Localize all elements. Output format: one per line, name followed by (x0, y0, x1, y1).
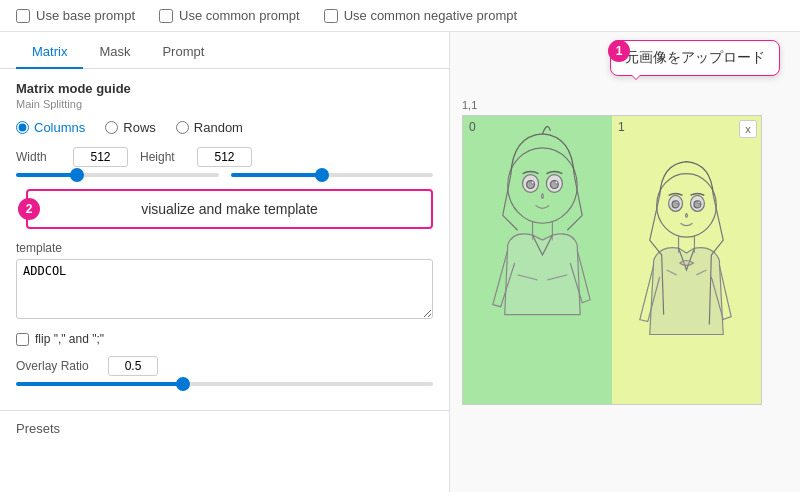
overlay-input[interactable] (108, 356, 158, 376)
flip-checkbox-row: flip "," and ";" (16, 332, 433, 346)
use-common-prompt-checkbox[interactable]: Use common prompt (159, 8, 300, 23)
rows-radio-option[interactable]: Rows (105, 120, 156, 135)
svg-point-5 (531, 181, 534, 184)
height-slider-thumb[interactable] (315, 168, 329, 182)
width-slider-track[interactable] (16, 173, 219, 177)
overlay-slider-thumb[interactable] (176, 377, 190, 391)
guide-title: Matrix mode guide (16, 81, 433, 96)
use-base-prompt-checkbox[interactable]: Use base prompt (16, 8, 135, 23)
presets-title: Presets (16, 421, 60, 436)
template-textarea[interactable]: ADDCOL (16, 259, 433, 319)
step1-badge: 1 (608, 40, 630, 62)
tab-bar: Matrix Mask Prompt (0, 36, 449, 69)
height-slider-track[interactable] (231, 173, 434, 177)
image-area: 1,1 0 (462, 99, 788, 405)
flip-label: flip "," and ";" (35, 332, 104, 346)
split-right-column: 1 x (612, 116, 761, 404)
tab-mask[interactable]: Mask (83, 36, 146, 69)
width-input[interactable] (73, 147, 128, 167)
visualize-button[interactable]: 2 visualize and make template (26, 189, 433, 229)
guide-subtitle: Main Splitting (16, 98, 433, 110)
height-label: Height (140, 150, 185, 164)
main-content: Matrix Mask Prompt Matrix mode guide Mai… (0, 32, 800, 492)
columns-radio[interactable] (16, 121, 29, 134)
left-panel: Matrix Mask Prompt Matrix mode guide Mai… (0, 32, 450, 492)
col1-label: 1 (618, 120, 625, 134)
svg-point-0 (508, 148, 578, 223)
split-image-container: 0 (462, 115, 762, 405)
split-mode-group: Columns Rows Random (16, 120, 433, 135)
svg-point-7 (657, 174, 717, 238)
tab-prompt[interactable]: Prompt (146, 36, 220, 69)
use-common-negative-prompt-checkbox[interactable]: Use common negative prompt (324, 8, 517, 23)
coords-label: 1,1 (462, 99, 788, 111)
panel-body: Matrix mode guide Main Splitting Columns… (0, 69, 449, 410)
svg-point-13 (698, 201, 700, 203)
height-slider-fill (231, 173, 322, 177)
random-radio[interactable] (176, 121, 189, 134)
top-bar: Use base prompt Use common prompt Use co… (0, 0, 800, 32)
upload-tooltip: 元画像をアップロード (610, 40, 780, 76)
overlay-label: Overlay Ratio (16, 359, 96, 373)
left-character-sketch (463, 116, 612, 404)
right-character-sketch (612, 116, 761, 404)
col0-label: 0 (469, 120, 476, 134)
step2-badge: 2 (18, 198, 40, 220)
size-sliders-row (16, 173, 433, 177)
overlay-slider-fill (16, 382, 183, 386)
columns-radio-option[interactable]: Columns (16, 120, 85, 135)
rows-radio[interactable] (105, 121, 118, 134)
random-radio-option[interactable]: Random (176, 120, 243, 135)
right-panel: 1 元画像をアップロード 1,1 0 (450, 32, 800, 492)
height-input[interactable] (197, 147, 252, 167)
flip-checkbox[interactable] (16, 333, 29, 346)
split-left-column: 0 (463, 116, 612, 404)
presets-section: Presets (0, 410, 449, 446)
close-button[interactable]: x (739, 120, 757, 138)
svg-point-12 (676, 201, 678, 203)
tab-matrix[interactable]: Matrix (16, 36, 83, 69)
width-slider-fill (16, 173, 77, 177)
size-row: Width Height (16, 147, 433, 167)
overlay-slider-track[interactable] (16, 382, 433, 386)
overlay-ratio-row: Overlay Ratio (16, 356, 433, 376)
width-label: Width (16, 150, 61, 164)
width-slider-thumb[interactable] (70, 168, 84, 182)
svg-point-6 (555, 181, 558, 184)
template-label: template (16, 241, 433, 255)
overlay-slider-row (16, 382, 433, 386)
visualize-btn-wrapper: 2 visualize and make template (16, 189, 433, 241)
